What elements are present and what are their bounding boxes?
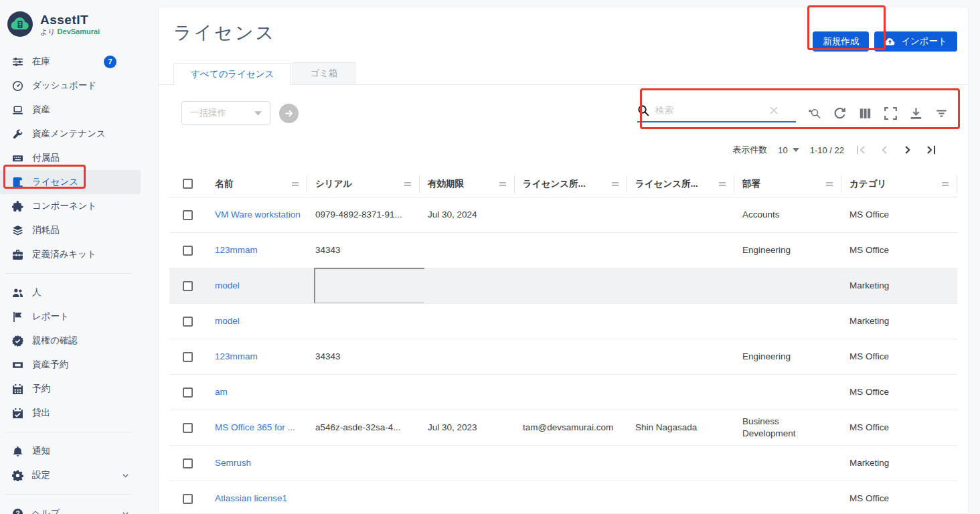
table-row: 123mmam34343EngineeringMS Office (169, 339, 957, 375)
column-header[interactable]: 有効期限 (420, 175, 515, 193)
arrow-right-icon (284, 108, 294, 118)
import-button[interactable]: インポート (874, 31, 957, 52)
cell-category: MS Office (841, 422, 957, 434)
sidebar-item-reservations[interactable]: 予約 (0, 377, 141, 401)
sidebar-item-dashboard[interactable]: ダッシュボード (0, 74, 141, 98)
column-header[interactable]: 部署 (734, 175, 841, 193)
cell-department: Accounts (734, 209, 841, 221)
sidebar-item-notifications[interactable]: 通知 (0, 439, 141, 463)
sidebar-item-label: 資産メンテナンス (32, 128, 106, 140)
columns-icon (859, 107, 872, 120)
row-checkbox[interactable] (183, 458, 193, 468)
row-checkbox[interactable] (183, 210, 193, 220)
sidebar-item-licenses[interactable]: ライセンス (0, 170, 141, 194)
first-page-button (855, 144, 867, 156)
column-header[interactable]: ライセンス所... (515, 175, 627, 193)
column-header[interactable]: シリアル (307, 175, 420, 193)
row-checkbox[interactable] (183, 388, 193, 398)
sidebar-item-assets[interactable]: 資産 (0, 98, 141, 122)
row-select-cell (169, 494, 207, 504)
cell-category: MS Office (841, 244, 957, 256)
cell-department: Engineering (734, 351, 841, 363)
laptop-icon (12, 104, 23, 116)
bulk-action-go-button[interactable] (279, 104, 299, 123)
license-name-link[interactable]: VM Ware workstation (215, 209, 301, 220)
column-header-label: 名前 (215, 178, 233, 190)
filter-button[interactable] (935, 107, 948, 120)
tab-trash[interactable]: ゴミ箱 (293, 62, 355, 84)
download-button[interactable] (910, 107, 922, 120)
sidebar-item-label: 定義済みキット (32, 248, 96, 260)
last-page-icon (925, 144, 937, 156)
app-logo[interactable]: AssetIT より DevSamurai (0, 9, 146, 37)
sidebar-item-inventory[interactable]: 在庫7 (0, 50, 141, 74)
row-checkbox[interactable] (183, 423, 193, 433)
column-header[interactable]: ライセンス所... (627, 175, 734, 193)
sidebar-item-predefined-kits[interactable]: 定義済みキット (0, 242, 141, 266)
columns-button[interactable] (859, 107, 872, 120)
sidebar-item-settings[interactable]: 設定 (0, 463, 141, 487)
select-all-checkbox[interactable] (183, 179, 193, 189)
filter-icon (935, 107, 948, 120)
fullscreen-button[interactable] (884, 107, 897, 120)
last-page-button[interactable] (925, 144, 937, 156)
row-checkbox[interactable] (183, 317, 193, 327)
bulk-action-select[interactable]: 一括操作 (181, 101, 270, 125)
row-select-cell (169, 210, 207, 220)
create-new-button[interactable]: 新規作成 (813, 31, 869, 52)
sidebar-item-help[interactable]: ?ヘルプ (0, 501, 141, 514)
row-select-cell (169, 458, 207, 468)
column-header[interactable]: カテゴリ (841, 175, 957, 193)
flag-icon (12, 311, 23, 323)
svg-text:?: ? (15, 510, 19, 514)
equals-icon (403, 179, 412, 189)
sidebar-item-people[interactable]: 人 (0, 280, 141, 305)
tab-all-licenses[interactable]: すべてのライセンス (173, 63, 291, 85)
sidebar-item-asset-reservation[interactable]: 資産予約 (0, 353, 141, 377)
cell-category: MS Office (841, 351, 957, 363)
row-select-cell (169, 246, 207, 256)
chevron-down-icon (254, 111, 262, 116)
sidebar-item-consumables[interactable]: 消耗品 (0, 218, 141, 242)
keyboard-icon (12, 153, 23, 164)
sidebar-item-label: 人 (32, 286, 42, 298)
column-header[interactable]: 名前 (207, 175, 307, 193)
row-checkbox[interactable] (183, 246, 193, 256)
license-name-link[interactable]: 123mmam (215, 245, 258, 255)
advanced-search-button[interactable] (808, 107, 821, 120)
bell-icon (12, 446, 23, 457)
table-row: modelMarketing (169, 268, 957, 304)
app-byline: より DevSamurai (40, 27, 100, 36)
clear-search-icon[interactable] (768, 105, 779, 116)
page-size-select[interactable]: 10 (778, 145, 799, 155)
next-page-button[interactable] (902, 144, 914, 156)
license-name-link[interactable]: Semrush (215, 458, 251, 468)
table-row: VM Ware workstation0979-4892-8371-91...J… (169, 197, 957, 233)
row-checkbox[interactable] (183, 494, 193, 504)
row-checkbox[interactable] (183, 352, 193, 362)
license-name-link[interactable]: Atlassian license1 (215, 493, 287, 503)
column-header-label: シリアル (315, 178, 352, 190)
ticket-icon (12, 359, 23, 371)
header-actions: 新規作成 インポート (813, 31, 957, 52)
search-input[interactable] (655, 105, 762, 115)
sidebar-item-asset-maintenance[interactable]: 資産メンテナンス (0, 122, 141, 146)
sidebar-item-components[interactable]: コンポーネント (0, 194, 141, 218)
sidebar-divider (5, 432, 131, 432)
refresh-button[interactable] (833, 107, 846, 120)
row-checkbox[interactable] (183, 281, 193, 291)
sidebar-item-reports[interactable]: レポート (0, 305, 141, 329)
sidebar-item-label: 消耗品 (32, 224, 60, 236)
license-name-link[interactable]: am (215, 387, 228, 397)
tab-bar: すべてのライセンス ゴミ箱 (159, 62, 968, 85)
license-name-link[interactable]: MS Office 365 for ... (215, 422, 295, 432)
sidebar-item-accessories[interactable]: 付属品 (0, 146, 141, 170)
license-name-link[interactable]: model (215, 280, 240, 290)
cell-department: Business Development (734, 416, 841, 440)
search-box (637, 104, 796, 122)
license-name-link[interactable]: model (215, 316, 240, 326)
license-name-link[interactable]: 123mmam (215, 351, 258, 361)
sidebar-item-label: コンポーネント (32, 200, 96, 212)
sidebar-item-custody-check[interactable]: 親権の確認 (0, 329, 141, 353)
sidebar-item-checkout[interactable]: 貸出 (0, 401, 141, 425)
